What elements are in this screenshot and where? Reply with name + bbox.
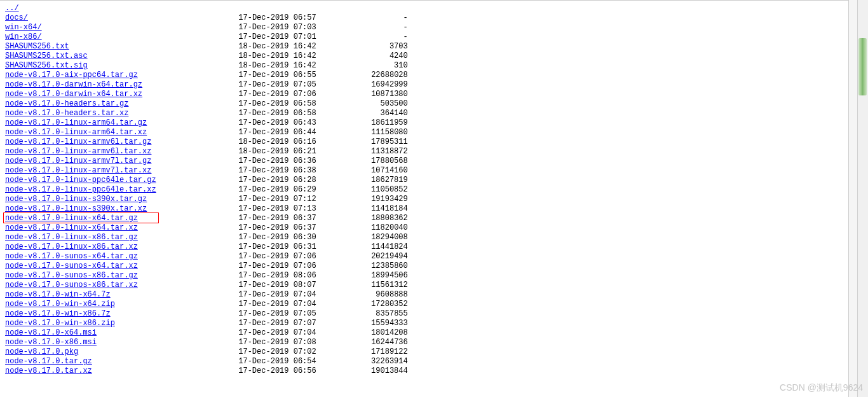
spacer	[138, 223, 238, 233]
file-row: node-v8.17.0-linux-arm64.tar.xz 17-Dec-2…	[5, 128, 848, 137]
file-link[interactable]: node-v8.17.0-linux-armv7l.tar.gz	[5, 157, 151, 166]
file-link[interactable]: node-v8.17.0-headers.tar.xz	[5, 109, 128, 118]
file-size: 22688028	[371, 71, 408, 80]
file-link[interactable]: node-v8.17.0-linux-x64.tar.gz	[5, 214, 138, 223]
file-link[interactable]: win-x86/	[5, 32, 42, 42]
file-date: 17-Dec-2019 07:06	[238, 252, 316, 261]
spacer	[138, 271, 238, 281]
file-date: 17-Dec-2019 06:58	[238, 99, 316, 109]
file-row: node-v8.17.0-darwin-x64.tar.gz 17-Dec-20…	[5, 80, 848, 90]
file-row: node-v8.17.0-sunos-x64.tar.gz 17-Dec-201…	[5, 252, 848, 261]
file-date: 17-Dec-2019 06:43	[238, 118, 316, 128]
file-link[interactable]: node-v8.17.0-sunos-x64.tar.xz	[5, 261, 138, 271]
file-link[interactable]: node-v8.17.0-linux-ppc64le.tar.xz	[5, 185, 156, 195]
spacer	[147, 118, 238, 128]
spacer	[138, 281, 238, 290]
file-date: 17-Dec-2019 06:37	[238, 214, 316, 223]
file-link[interactable]: node-v8.17.0-linux-arm64.tar.xz	[5, 128, 147, 137]
scrollbar-thumb[interactable]	[858, 38, 867, 95]
spacer	[316, 300, 371, 309]
file-size: 11561312	[371, 281, 408, 290]
file-row: node-v8.17.0-linux-armv6l.tar.xz 18-Dec-…	[5, 147, 848, 157]
file-link[interactable]: node-v8.17.0-linux-s390x.tar.gz	[5, 195, 147, 204]
spacer	[316, 147, 371, 157]
file-link[interactable]: node-v8.17.0.pkg	[5, 347, 78, 357]
file-link[interactable]: node-v8.17.0-sunos-x64.tar.gz	[5, 252, 138, 261]
file-size: 10714160	[371, 166, 408, 176]
spacer	[115, 319, 238, 328]
file-date: 18-Dec-2019 16:42	[238, 52, 316, 61]
file-link[interactable]: node-v8.17.0-linux-s390x.tar.xz	[5, 204, 147, 214]
file-link[interactable]: node-v8.17.0-sunos-x86.tar.gz	[5, 271, 138, 281]
file-date: 17-Dec-2019 06:56	[238, 366, 316, 376]
file-link[interactable]: node-v8.17.0-win-x86.zip	[5, 319, 115, 328]
file-date: 17-Dec-2019 07:07	[238, 319, 316, 328]
file-link[interactable]: node-v8.17.0-aix-ppc64.tar.gz	[5, 71, 138, 80]
file-link[interactable]: node-v8.17.0-linux-x86.tar.xz	[5, 242, 138, 252]
spacer	[316, 109, 381, 118]
file-link[interactable]: node-v8.17.0-sunos-x86.tar.xz	[5, 281, 138, 290]
file-date: 18-Dec-2019 06:16	[238, 137, 316, 147]
file-row: node-v8.17.0-linux-x86.tar.gz 17-Dec-201…	[5, 233, 848, 242]
spacer	[142, 80, 238, 90]
spacer	[316, 90, 371, 99]
file-link[interactable]: node-v8.17.0-win-x64.zip	[5, 300, 115, 309]
spacer	[316, 357, 371, 366]
file-date: 17-Dec-2019 07:06	[238, 261, 316, 271]
spacer	[316, 261, 371, 271]
file-link[interactable]: node-v8.17.0-x86.msi	[5, 338, 97, 347]
file-link[interactable]: SHASUMS256.txt.asc	[5, 52, 88, 61]
spacer	[316, 128, 371, 137]
spacer	[316, 204, 371, 214]
spacer	[316, 52, 390, 61]
spacer	[147, 195, 238, 204]
file-link[interactable]: node-v8.17.0-headers.tar.gz	[5, 99, 128, 109]
file-link[interactable]: node-v8.17.0-win-x86.7z	[5, 309, 111, 319]
file-row: node-v8.17.0-linux-x64.tar.xz 17-Dec-201…	[5, 223, 848, 233]
file-date: 18-Dec-2019 16:42	[238, 61, 316, 71]
file-link[interactable]: node-v8.17.0-linux-ppc64le.tar.gz	[5, 176, 156, 185]
file-date: 17-Dec-2019 06:37	[238, 223, 316, 233]
spacer	[316, 223, 371, 233]
file-link[interactable]: SHASUMS256.txt	[5, 42, 69, 52]
file-date: 17-Dec-2019 07:06	[238, 90, 316, 99]
spacer	[316, 23, 403, 32]
file-link[interactable]: node-v8.17.0-x64.msi	[5, 328, 97, 338]
file-row: node-v8.17.0-linux-armv7l.tar.xz 17-Dec-…	[5, 166, 848, 176]
spacer	[316, 42, 390, 52]
file-link[interactable]: node-v8.17.0-win-x64.7z	[5, 290, 111, 300]
file-link[interactable]: node-v8.17.0-linux-armv6l.tar.gz	[5, 137, 151, 147]
file-index-listing: ../docs/ 17-Dec-2019 06:57 -win-x64/ 17-…	[0, 0, 848, 397]
parent-directory-link[interactable]: ../	[5, 4, 19, 13]
spacer	[156, 185, 239, 195]
file-link[interactable]: SHASUMS256.txt.sig	[5, 61, 88, 71]
spacer	[316, 61, 394, 71]
spacer	[151, 166, 238, 176]
file-row: node-v8.17.0-win-x64.zip 17-Dec-2019 07:…	[5, 300, 848, 309]
spacer	[316, 99, 381, 109]
file-row: SHASUMS256.txt 18-Dec-2019 16:42 3703	[5, 42, 848, 52]
spacer	[316, 319, 371, 328]
file-link[interactable]: node-v8.17.0-linux-armv7l.tar.xz	[5, 166, 151, 176]
spacer	[316, 13, 403, 23]
file-row: node-v8.17.0-linux-s390x.tar.xz 17-Dec-2…	[5, 204, 848, 214]
file-row: docs/ 17-Dec-2019 06:57 -	[5, 13, 848, 23]
file-link[interactable]: node-v8.17.0.tar.xz	[5, 366, 92, 376]
file-size: 503500	[381, 99, 408, 109]
file-link[interactable]: node-v8.17.0-linux-x86.tar.gz	[5, 233, 138, 242]
file-date: 17-Dec-2019 06:57	[238, 13, 316, 23]
file-row: SHASUMS256.txt.sig 18-Dec-2019 16:42 310	[5, 61, 848, 71]
file-row: node-v8.17.0-win-x86.7z 17-Dec-2019 07:0…	[5, 309, 848, 319]
scrollbar-track[interactable]	[857, 0, 868, 397]
parent-directory-row: ../	[5, 4, 848, 13]
file-link[interactable]: node-v8.17.0-linux-armv6l.tar.xz	[5, 147, 151, 157]
file-date: 17-Dec-2019 08:06	[238, 271, 316, 281]
file-link[interactable]: node-v8.17.0-darwin-x64.tar.xz	[5, 90, 142, 99]
file-link[interactable]: node-v8.17.0-linux-arm64.tar.gz	[5, 118, 147, 128]
file-link[interactable]: node-v8.17.0.tar.gz	[5, 357, 92, 366]
file-link[interactable]: docs/	[5, 13, 28, 23]
file-link[interactable]: win-x64/	[5, 23, 42, 32]
file-link[interactable]: node-v8.17.0-darwin-x64.tar.gz	[5, 80, 142, 90]
file-row: node-v8.17.0-headers.tar.xz 17-Dec-2019 …	[5, 109, 848, 118]
file-link[interactable]: node-v8.17.0-linux-x64.tar.xz	[5, 223, 138, 233]
